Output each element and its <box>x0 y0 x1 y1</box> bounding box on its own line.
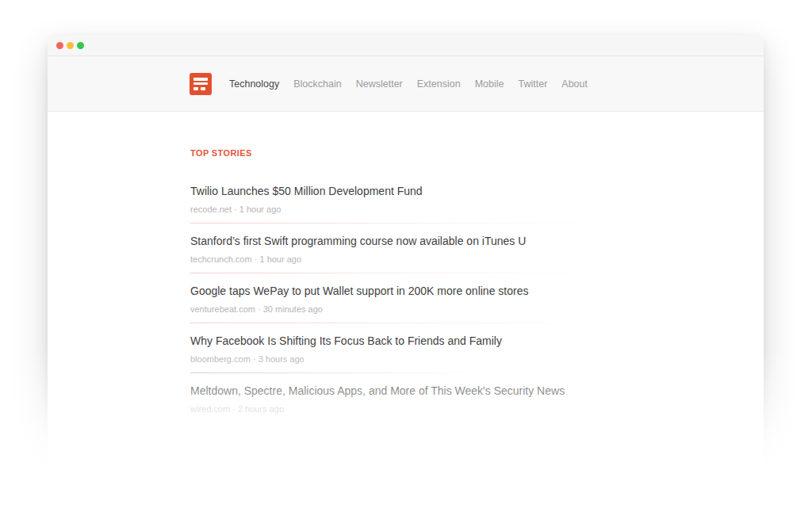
logo-bar <box>201 87 205 90</box>
logo-bar <box>193 87 198 90</box>
story-item: Why Facebook Is Shifting Its Focus Back … <box>190 334 764 373</box>
nav-item-extension[interactable]: Extension <box>417 78 461 90</box>
meta-separator: · <box>232 404 236 414</box>
story-time: 1 hour ago <box>259 254 301 264</box>
zoom-icon[interactable] <box>77 42 84 49</box>
divider <box>190 372 476 373</box>
main-content: TOP STORIES Twilio Launches $50 Million … <box>48 148 764 414</box>
story-meta: venturebeat.com · 30 minutes ago <box>190 304 764 314</box>
story-meta: techcrunch.com · 1 hour ago <box>190 254 764 264</box>
stories-list: Twilio Launches $50 Million Development … <box>190 184 764 414</box>
meta-separator: · <box>255 254 258 264</box>
story-title[interactable]: Google taps WePay to put Wallet support … <box>190 284 634 299</box>
minimize-icon[interactable] <box>67 42 74 49</box>
story-title[interactable]: Meltdown, Spectre, Malicious Apps, and M… <box>190 384 634 399</box>
divider <box>190 223 591 223</box>
story-item: Meltdown, Spectre, Malicious Apps, and M… <box>190 384 764 414</box>
divider <box>190 323 591 323</box>
story-item: Twilio Launches $50 Million Development … <box>190 184 764 223</box>
story-source: venturebeat.com <box>190 304 255 314</box>
story-source: techcrunch.com <box>190 254 252 264</box>
nav-item-newsletter[interactable]: Newsletter <box>356 78 403 90</box>
nav-item-mobile[interactable]: Mobile <box>475 78 504 90</box>
traffic-lights <box>56 42 84 49</box>
story-meta: bloomberg.com · 3 hours ago <box>190 354 764 364</box>
meta-separator: · <box>253 354 256 364</box>
story-source: bloomberg.com <box>190 354 251 364</box>
section-label: TOP STORIES <box>190 148 764 158</box>
news-list-icon[interactable] <box>190 73 212 95</box>
nav-item-technology[interactable]: Technology <box>229 78 279 90</box>
app-window: Technology Blockchain Newsletter Extensi… <box>48 35 764 467</box>
navbar: Technology Blockchain Newsletter Extensi… <box>48 56 764 112</box>
logo-bar <box>193 78 208 81</box>
story-time: 3 hours ago <box>259 354 304 364</box>
meta-separator: · <box>234 204 237 214</box>
story-meta: recode.net · 1 hour ago <box>190 204 764 214</box>
story-time: 1 hour ago <box>239 204 282 214</box>
story-title[interactable]: Why Facebook Is Shifting Its Focus Back … <box>190 334 634 349</box>
story-time: 30 minutes ago <box>263 304 323 314</box>
close-icon[interactable] <box>56 42 63 49</box>
nav-item-twitter[interactable]: Twitter <box>518 78 547 90</box>
story-item: Stanford’s first Swift programming cours… <box>190 234 764 273</box>
story-item: Google taps WePay to put Wallet support … <box>190 284 764 323</box>
story-time: 2 hours ago <box>238 404 284 414</box>
nav-item-about[interactable]: About <box>561 78 588 90</box>
story-title[interactable]: Stanford’s first Swift programming cours… <box>190 234 634 249</box>
nav-item-blockchain[interactable]: Blockchain <box>293 78 341 90</box>
meta-separator: · <box>258 304 261 314</box>
story-meta: wired.com · 2 hours ago <box>190 404 764 414</box>
logo-bar <box>193 82 208 85</box>
story-title[interactable]: Twilio Launches $50 Million Development … <box>190 184 634 199</box>
nav-items: Technology Blockchain Newsletter Extensi… <box>229 78 588 90</box>
story-source: wired.com <box>190 404 230 414</box>
story-source: recode.net <box>190 204 232 214</box>
divider <box>190 273 591 273</box>
titlebar[interactable] <box>48 35 764 56</box>
